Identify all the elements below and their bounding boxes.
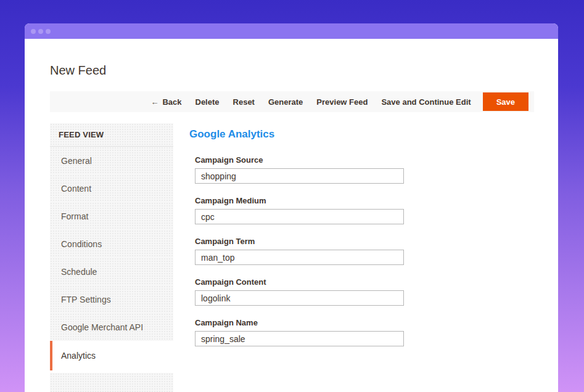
field-campaign-content: Campaign Content <box>195 277 534 306</box>
generate-button[interactable]: Generate <box>261 97 310 107</box>
field-campaign-term: Campaign Term <box>195 236 534 265</box>
campaign-content-input[interactable] <box>195 290 404 306</box>
page-title: New Feed <box>50 62 534 79</box>
campaign-name-input[interactable] <box>195 331 404 346</box>
sidebar-item-conditions[interactable]: Conditions <box>50 230 173 258</box>
sidebar-item-analytics[interactable]: Analytics <box>50 341 173 370</box>
page-body: New Feed ←Back Delete Reset Generate Pre… <box>25 39 558 392</box>
campaign-term-input[interactable] <box>195 250 404 265</box>
section-heading: Google Analytics <box>189 127 534 142</box>
window-dot-icon <box>38 29 43 34</box>
campaign-name-label: Campaign Name <box>195 317 534 328</box>
toolbar: ←Back Delete Reset Generate Preview Feed… <box>50 91 534 112</box>
window-dot-icon <box>31 29 36 34</box>
window-title-bar <box>25 23 558 39</box>
sidebar-item-ftp-settings[interactable]: FTP Settings <box>50 285 173 313</box>
field-campaign-source: Campaign Source <box>195 155 534 184</box>
back-button-label: Back <box>162 97 181 107</box>
sidebar-item-content[interactable]: Content <box>50 174 173 202</box>
field-campaign-name: Campaign Name <box>195 317 534 346</box>
sidebar-item-google-merchant-api[interactable]: Google Merchant API <box>50 313 173 341</box>
sidebar-filler <box>50 373 173 392</box>
content-row: FEED VIEW General Content Format Conditi… <box>50 123 534 392</box>
sidebar-header: FEED VIEW <box>50 123 173 147</box>
sidebar-item-format[interactable]: Format <box>50 202 173 230</box>
delete-button[interactable]: Delete <box>189 97 226 107</box>
form-fields: Campaign Source Campaign Medium Campaign… <box>195 155 534 346</box>
campaign-medium-label: Campaign Medium <box>195 195 534 206</box>
campaign-source-input[interactable] <box>195 168 404 184</box>
campaign-medium-input[interactable] <box>195 209 404 224</box>
back-arrow-icon: ← <box>150 97 158 107</box>
sidebar: FEED VIEW General Content Format Conditi… <box>50 123 173 392</box>
campaign-content-label: Campaign Content <box>195 277 534 287</box>
main-panel: Google Analytics Campaign Source Campaig… <box>173 123 534 392</box>
back-button[interactable]: ←Back <box>144 97 188 107</box>
window-dot-icon <box>46 29 51 34</box>
sidebar-item-general[interactable]: General <box>50 147 173 174</box>
campaign-source-label: Campaign Source <box>195 155 534 165</box>
field-campaign-medium: Campaign Medium <box>195 195 534 224</box>
preview-feed-button[interactable]: Preview Feed <box>310 97 374 107</box>
sidebar-item-schedule[interactable]: Schedule <box>50 258 173 285</box>
save-and-continue-button[interactable]: Save and Continue Edit <box>374 97 477 107</box>
save-button[interactable]: Save <box>483 92 528 111</box>
reset-button[interactable]: Reset <box>226 97 261 107</box>
campaign-term-label: Campaign Term <box>195 236 534 247</box>
browser-window: New Feed ←Back Delete Reset Generate Pre… <box>25 23 558 392</box>
